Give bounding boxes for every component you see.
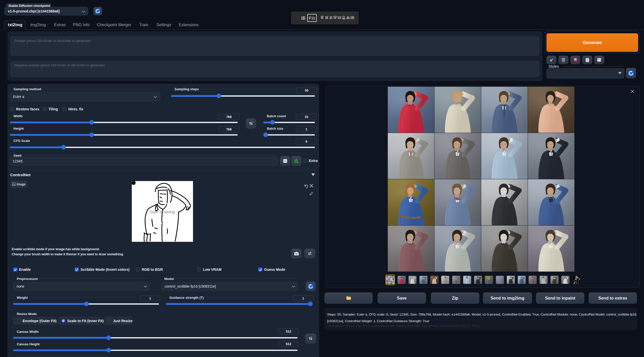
svg-text:Start drawing: Start drawing — [150, 210, 175, 214]
